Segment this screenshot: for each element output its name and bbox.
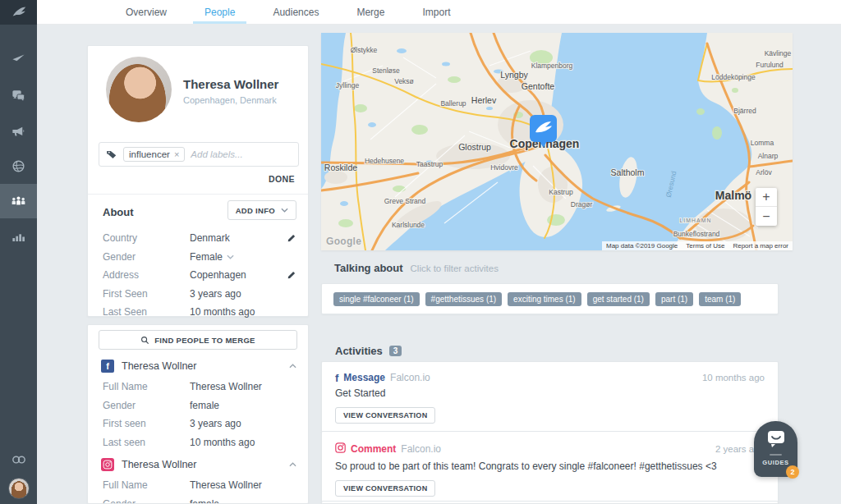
detail-row-full-name: Full NameTheresa Wollner xyxy=(103,378,296,396)
topic-tag[interactable]: exciting times (1) xyxy=(508,292,581,306)
search-icon xyxy=(140,336,149,345)
map-label-stenl-se: Stenløse xyxy=(372,66,400,75)
map[interactable]: ØlstykkeStenløseVeksøJyllingeBallerupHer… xyxy=(321,33,793,250)
zoom-out-button[interactable]: − xyxy=(756,207,777,226)
content-area: Theresa Wollner Copenhagen, Denmark infl… xyxy=(37,25,841,504)
map-label-roskilde: Roskilde xyxy=(324,163,357,172)
facebook-icon: f xyxy=(101,360,114,373)
detail-value: Denmark xyxy=(190,232,296,244)
sidebar xyxy=(0,0,37,504)
tab-overview[interactable]: Overview xyxy=(114,0,178,24)
edit-icon[interactable] xyxy=(287,233,296,243)
done-button[interactable]: DONE xyxy=(269,174,295,184)
detail-value: Theresa Wollner xyxy=(190,381,296,392)
google-logo: Google xyxy=(326,236,361,247)
falcon-logo[interactable] xyxy=(0,0,37,25)
labels-input[interactable]: influencer × Add labels... xyxy=(99,142,299,167)
detail-label: Last Seen xyxy=(103,306,190,318)
report-map-error-link[interactable]: Report a map error xyxy=(728,241,793,250)
map-label-kastrup: Kastrup xyxy=(549,188,573,196)
topic-tag[interactable]: get started (1) xyxy=(587,292,650,306)
label-chip-influencer[interactable]: influencer × xyxy=(123,147,185,162)
tab-import[interactable]: Import xyxy=(411,0,462,24)
map-label-bj-rred: Bjärred xyxy=(733,107,756,115)
view-conversation-button[interactable]: VIEW CONVERSATION xyxy=(335,480,435,497)
detail-value-text: 10 months ago xyxy=(190,306,255,318)
tab-merge[interactable]: Merge xyxy=(345,0,396,24)
detail-value: 3 years ago xyxy=(190,288,296,300)
chat-bubbles-icon xyxy=(11,88,26,103)
detail-value: 10 months ago xyxy=(190,437,296,448)
sidebar-item-engage[interactable] xyxy=(0,78,37,112)
merge-profile-name: Theresa Wollner xyxy=(122,459,282,470)
topic-tag[interactable]: single #falconeer (1) xyxy=(333,292,420,306)
sidebar-item-listen[interactable] xyxy=(0,149,37,183)
map-label-k-vlinge: Kävlinge xyxy=(765,49,792,57)
map-label-ballerup: Ballerup xyxy=(440,99,466,108)
tab-audiences[interactable]: Audiences xyxy=(261,0,330,24)
collapse-chevron-icon[interactable] xyxy=(289,462,296,467)
map-label-klampenborg: Klampenborg xyxy=(531,62,573,70)
activity-card-facebook: fMessageFalcon.io10 months agoGet Starte… xyxy=(321,361,779,433)
view-conversation-button[interactable]: VIEW CONVERSATION xyxy=(335,407,435,424)
zoom-in-button[interactable]: + xyxy=(756,188,777,207)
edit-icon[interactable] xyxy=(287,270,296,280)
map-label-herlev: Herlev xyxy=(471,95,497,105)
merge-profile-rows-facebook: Full NameTheresa WollnerGenderfemaleFirs… xyxy=(88,378,308,455)
map-label-furulund: Furulund xyxy=(756,61,784,69)
detail-value-text: 10 months ago xyxy=(190,437,255,448)
find-people-label: FIND PEOPLE TO MERGE xyxy=(154,336,255,345)
find-people-to-merge-button[interactable]: FIND PEOPLE TO MERGE xyxy=(99,330,297,350)
detail-value-text: Copenhagen xyxy=(190,269,246,281)
activity-timestamp: 10 months ago xyxy=(702,373,765,383)
sidebar-item-measure[interactable] xyxy=(0,219,37,254)
merge-profile-header-facebook: fTheresa Wollner xyxy=(88,356,308,378)
instagram-icon xyxy=(101,458,114,471)
map-label-karlslunde: Karlslunde xyxy=(392,221,425,229)
topic-tag[interactable]: team (1) xyxy=(699,292,741,306)
map-label-hedehusene: Hedehusene xyxy=(365,157,404,165)
chevron-down-icon[interactable] xyxy=(227,254,234,259)
sidebar-item-publish[interactable] xyxy=(0,43,37,77)
detail-label: Full Name xyxy=(103,381,190,392)
about-heading: About xyxy=(103,206,134,218)
terms-of-use-link[interactable]: Terms of Use xyxy=(682,241,728,250)
map-label-taastrup: Taastrup xyxy=(416,160,443,168)
sidebar-item-links[interactable] xyxy=(0,450,37,470)
sidebar-item-advertise[interactable] xyxy=(0,113,37,148)
activity-body: Get Started xyxy=(335,387,765,399)
sidebar-item-audience[interactable] xyxy=(0,184,37,218)
detail-label: First seen xyxy=(103,418,190,429)
tab-people[interactable]: People xyxy=(193,0,246,24)
detail-label: First Seen xyxy=(103,288,190,300)
detail-value: 3 years ago xyxy=(190,418,296,429)
user-avatar[interactable] xyxy=(8,478,30,499)
activities-header: Activities 3 xyxy=(335,345,402,357)
detail-value: Theresa Wollner xyxy=(190,479,296,491)
profile-name: Theresa Wollner xyxy=(183,77,278,91)
activity-body: So proud to be part of this team! Congra… xyxy=(335,460,765,472)
topic-tag[interactable]: #getthetissues (1) xyxy=(425,292,503,306)
profile-location: Copenhagen, Denmark xyxy=(183,95,277,105)
paper-plane-icon xyxy=(11,53,26,68)
detail-row-gender: Genderfemale xyxy=(103,495,296,504)
detail-label: Gender xyxy=(103,251,190,263)
activities-title: Activities xyxy=(335,345,383,357)
add-info-button[interactable]: ADD INFO xyxy=(227,200,296,220)
remove-label-icon[interactable]: × xyxy=(174,149,179,159)
detail-row-address: AddressCopenhagen xyxy=(103,266,296,285)
map-label-hvidovre: Hvidovre xyxy=(490,163,518,172)
next-card-edge xyxy=(321,501,779,504)
nav-tabs: OverviewPeopleAudiencesMergeImport xyxy=(107,0,469,24)
map-label--lstykke: Ølstykke xyxy=(351,46,378,54)
activity-header: CommentFalcon.io2 years ago xyxy=(335,442,765,456)
collapse-chevron-icon[interactable] xyxy=(289,364,296,369)
activity-type: Comment xyxy=(351,443,396,455)
detail-value: Copenhagen xyxy=(190,269,296,281)
guides-widget[interactable]: GUIDES 2 xyxy=(754,421,797,477)
topic-tag[interactable]: part (1) xyxy=(655,292,693,306)
detail-label: Gender xyxy=(103,400,190,411)
map-label-glostrup: Glostrup xyxy=(458,142,491,152)
profile-avatar xyxy=(106,57,172,122)
talking-about-subtitle: Click to filter activites xyxy=(411,263,499,273)
